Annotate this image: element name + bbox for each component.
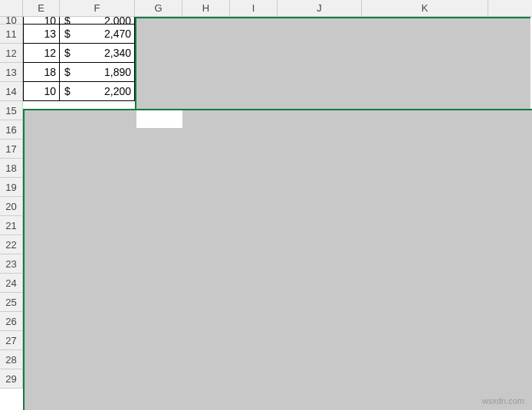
currency-symbol: $ [63,85,71,97]
table-row: 18 $ 1,890 [23,63,135,82]
currency-symbol: $ [63,17,71,25]
watermark-text: wsxdn.com [482,396,524,405]
currency-value: 2,200 [104,85,131,97]
row-header-20[interactable]: 20 [0,197,23,216]
cell-e10[interactable]: 10 [23,17,60,25]
currency-value: 2,000 [104,17,131,25]
table-row: 12 $ 2,340 [23,44,135,63]
row-header-26[interactable]: 26 [0,312,23,331]
col-header-l[interactable] [488,0,532,16]
column-headers-row: E F G H I J K [0,0,532,17]
col-header-f[interactable]: F [60,0,135,16]
col-header-i[interactable]: I [230,0,277,16]
currency-value: 1,890 [104,66,131,78]
row-header-13[interactable]: 13 [0,63,23,82]
cell-f10[interactable]: $ 2,000 [60,17,135,25]
col-header-g[interactable]: G [135,0,182,16]
row-header-10[interactable]: 10 [0,17,23,25]
row-header-25[interactable]: 25 [0,293,23,312]
table-row: 10 $ 2,000 [23,17,135,25]
row-header-24[interactable]: 24 [0,274,23,293]
row-header-29[interactable]: 29 [0,369,23,389]
currency-value: 2,470 [104,28,131,40]
col-header-j[interactable]: J [277,0,362,16]
currency-value: 2,340 [104,47,131,59]
currency-symbol: $ [63,28,71,40]
col-header-k[interactable]: K [362,0,488,16]
row-header-14[interactable]: 14 [0,82,23,101]
selection-highlight-vertical [135,17,530,410]
cell-f13[interactable]: $ 1,890 [60,63,135,82]
table-row: 10 $ 2,200 [23,82,135,101]
row-header-19[interactable]: 19 [0,178,23,197]
row-headers-column: 10 11 12 13 14 15 16 17 18 19 20 21 22 2… [0,17,23,410]
row-header-16[interactable]: 16 [0,120,23,139]
currency-symbol: $ [63,66,71,78]
selection-highlight-horizontal [23,109,532,410]
cell-e13[interactable]: 18 [23,63,60,82]
row-header-15[interactable]: 15 [0,101,23,120]
cell-f12[interactable]: $ 2,340 [60,44,135,63]
currency-symbol: $ [63,47,71,59]
row-header-27[interactable]: 27 [0,331,23,350]
col-header-e[interactable]: E [23,0,60,16]
spreadsheet-grid[interactable]: E F G H I J K 10 11 12 13 14 15 16 17 18… [0,0,532,410]
row-header-18[interactable]: 18 [0,159,23,178]
cell-f11[interactable]: $ 2,470 [60,25,135,44]
row-header-28[interactable]: 28 [0,350,23,369]
cell-f14[interactable]: $ 2,200 [60,82,135,101]
row-header-12[interactable]: 12 [0,44,23,63]
cell-e11[interactable]: 13 [23,25,60,44]
row-header-22[interactable]: 22 [0,235,23,254]
row-header-23[interactable]: 23 [0,254,23,274]
row-header-21[interactable]: 21 [0,216,23,235]
table-row: 13 $ 2,470 [23,25,135,44]
col-header-h[interactable]: H [182,0,230,16]
row-header-17[interactable]: 17 [0,139,23,159]
cell-e12[interactable]: 12 [23,44,60,63]
cells-area[interactable]: 10 $ 2,000 13 $ 2,470 12 $ [23,17,532,410]
active-cell-indicator [136,110,182,128]
row-header-11[interactable]: 11 [0,25,23,44]
cell-e14[interactable]: 10 [23,82,60,101]
